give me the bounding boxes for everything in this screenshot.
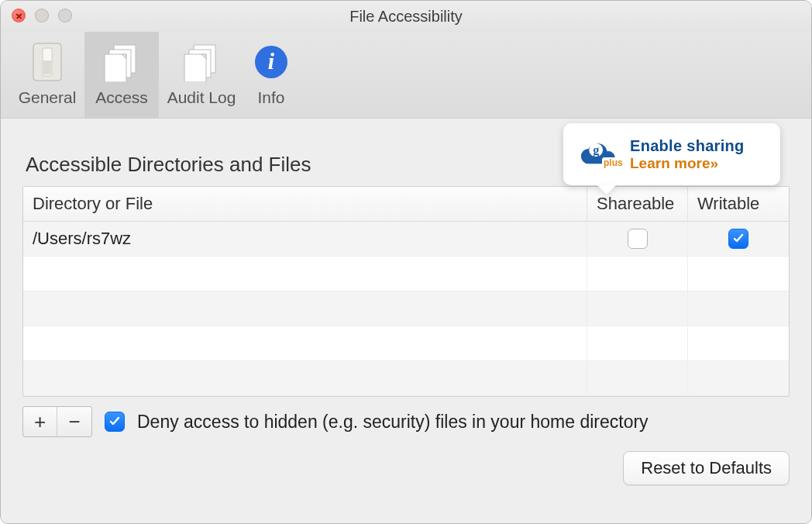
tab-info[interactable]: i Info xyxy=(244,31,298,118)
cell-shareable xyxy=(587,222,688,256)
promo-link[interactable]: Learn more» xyxy=(630,155,745,172)
directories-table: Directory or File Shareable Writable /Us… xyxy=(22,186,790,397)
svg-text:g: g xyxy=(593,143,599,157)
cell-writable xyxy=(688,222,789,256)
svg-rect-5 xyxy=(105,54,126,82)
deny-hidden-label: Deny access to hidden (e.g. security) fi… xyxy=(137,412,649,433)
promo-text: Enable sharing Learn more» xyxy=(630,137,745,172)
content-pane: g plus Enable sharing Learn more» Access… xyxy=(1,119,811,524)
tab-general[interactable]: General xyxy=(10,31,84,118)
tab-label: General xyxy=(19,88,77,107)
svg-rect-8 xyxy=(184,54,206,82)
table-footer-controls: + − Deny access to hidden (e.g. security… xyxy=(22,406,790,437)
table-row xyxy=(23,257,789,291)
writable-checkbox[interactable] xyxy=(728,229,748,249)
shareable-checkbox[interactable] xyxy=(628,229,648,249)
deny-hidden-checkbox[interactable] xyxy=(105,412,125,432)
documents-icon xyxy=(102,39,142,85)
table-row xyxy=(23,291,789,326)
cell-path: /Users/rs7wz xyxy=(23,222,587,256)
sharing-promo[interactable]: g plus Enable sharing Learn more» xyxy=(563,123,780,185)
switch-icon xyxy=(32,39,63,85)
plus-text: plus xyxy=(602,157,624,168)
titlebar: File Accessibility xyxy=(1,1,811,32)
close-window-button[interactable] xyxy=(12,9,26,22)
tab-label: Access xyxy=(95,88,148,107)
tab-audit-log[interactable]: Audit Log xyxy=(159,31,244,118)
footer: Reset to Defaults xyxy=(22,451,790,485)
tab-access[interactable]: Access xyxy=(84,31,159,118)
table-body: /Users/rs7wz xyxy=(23,222,789,396)
preferences-toolbar: General Access xyxy=(1,32,811,119)
globus-plus-logo: g plus xyxy=(573,134,621,174)
promo-heading: Enable sharing xyxy=(630,137,745,155)
column-directory[interactable]: Directory or File xyxy=(23,187,587,221)
reset-defaults-button[interactable]: Reset to Defaults xyxy=(623,451,790,485)
zoom-window-button[interactable] xyxy=(58,9,72,22)
table-header: Directory or File Shareable Writable xyxy=(23,187,789,222)
window-title: File Accessibility xyxy=(1,8,811,26)
preferences-window: File Accessibility General xyxy=(0,0,812,524)
documents-icon xyxy=(181,39,222,85)
table-row xyxy=(23,361,789,396)
table-row xyxy=(23,326,789,361)
add-remove-segment: + − xyxy=(22,406,92,437)
column-writable[interactable]: Writable xyxy=(688,187,789,221)
svg-text:i: i xyxy=(268,48,275,74)
minimize-window-button[interactable] xyxy=(35,9,49,22)
tab-label: Audit Log xyxy=(167,88,236,107)
tab-label: Info xyxy=(257,88,284,107)
svg-rect-2 xyxy=(43,60,51,74)
info-icon: i xyxy=(253,39,289,85)
add-button[interactable]: + xyxy=(23,407,57,436)
table-row[interactable]: /Users/rs7wz xyxy=(23,222,789,257)
remove-button[interactable]: − xyxy=(57,407,91,436)
window-controls xyxy=(12,9,72,22)
